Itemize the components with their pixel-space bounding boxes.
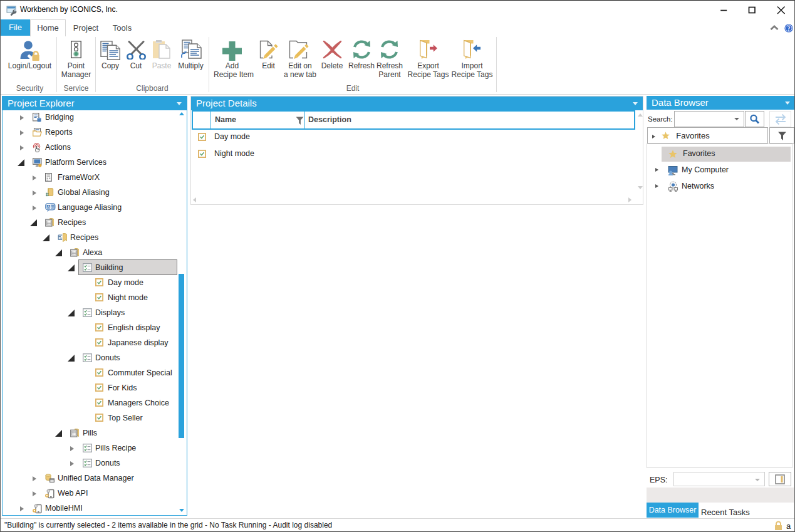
svg-text:?: ? <box>787 26 791 32</box>
